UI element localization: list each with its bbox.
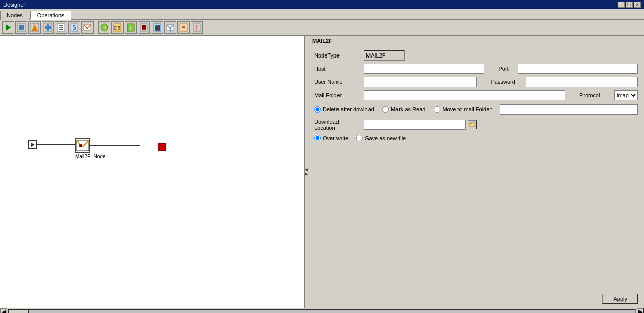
close-button[interactable]: ✕ (634, 2, 641, 8)
overwrite-label: Over write (323, 135, 348, 141)
start-node-group (28, 140, 83, 149)
download-location-input[interactable] (364, 120, 466, 130)
mailfolder-input[interactable] (364, 90, 565, 100)
scroll-left-button[interactable]: ◀ (0, 308, 7, 314)
properties-area: MAIL2F NodeType Host Port User Name (308, 36, 644, 308)
toolbar-separator-1 (96, 22, 96, 33)
properties-form: NodeType Host Port User Name Password (308, 46, 644, 147)
overwrite-item: Over write (314, 135, 348, 141)
svg-text:!: ! (196, 25, 198, 31)
move-folder-input[interactable] (500, 104, 638, 115)
node-button-3[interactable] (42, 21, 54, 34)
mark-as-read-label: Mark as Read (391, 106, 425, 112)
end-node[interactable] (158, 143, 166, 151)
tab-operations[interactable]: Operations (30, 11, 71, 20)
save-new-file-label: Save as new file (365, 135, 406, 141)
node-button-11[interactable]: ⬛ (151, 21, 163, 34)
title-bar-controls: _ ❐ ✕ (618, 2, 641, 8)
apply-section: Apply (308, 290, 644, 308)
title-bar: Designer _ ❐ ✕ (0, 0, 644, 9)
username-input[interactable] (364, 77, 477, 87)
svg-rect-36 (470, 123, 472, 124)
node-button-7[interactable]: ↺ (98, 21, 110, 34)
node-button-2[interactable] (28, 21, 41, 34)
node-button-8[interactable]: DB (111, 21, 124, 34)
username-password-row: User Name Password (314, 77, 638, 87)
tab-nodes[interactable]: Nodes (0, 11, 29, 20)
svg-text:⬛: ⬛ (155, 25, 161, 31)
browse-button[interactable] (468, 120, 477, 129)
node-button-6[interactable] (81, 21, 94, 34)
toolbar: S ↺ DB X ⬛ (0, 20, 644, 36)
node-button-12[interactable] (164, 21, 176, 34)
minimize-button[interactable]: _ (618, 2, 625, 8)
password-input[interactable] (526, 77, 638, 87)
port-input[interactable] (518, 64, 638, 74)
mailfolder-protocol-row: Mail Folder Protocol imap pop3 (314, 90, 638, 100)
title-bar-text: Designer (3, 2, 25, 8)
svg-rect-22 (142, 25, 146, 30)
node-button-13[interactable]: ≡ (177, 21, 190, 34)
delete-after-download-label: Delete after dowload (323, 106, 374, 112)
mail2f-node-group: Mail2F_Node (75, 138, 105, 159)
overwrite-radio[interactable] (314, 135, 321, 141)
download-location-row: Download Location (314, 119, 638, 131)
mark-as-read-radio[interactable] (382, 106, 389, 113)
protocol-select[interactable]: imap pop3 (614, 90, 638, 100)
download-location-field-group (364, 120, 477, 130)
main-container: Mail2F_Node ◀ ▶ MAIL2F NodeType (0, 36, 644, 308)
move-to-folder-label: Move to mail Folder (442, 106, 492, 112)
svg-rect-34 (80, 145, 82, 147)
save-new-file-radio[interactable] (356, 135, 363, 141)
move-to-folder-item: Move to mail Folder (434, 106, 492, 113)
node-button-4[interactable] (55, 21, 67, 34)
port-label: Port (499, 66, 514, 72)
protocol-label: Protocol (579, 92, 610, 98)
scrollbar-track[interactable] (8, 309, 636, 314)
apply-button[interactable]: Apply (602, 294, 638, 304)
node-button-5[interactable]: S (68, 21, 80, 34)
svg-rect-2 (19, 25, 24, 30)
host-port-row: Host Port (314, 64, 638, 74)
delete-after-download-radio[interactable] (314, 106, 321, 113)
restore-button[interactable]: ❐ (626, 2, 633, 8)
spacer (308, 147, 644, 290)
start-node[interactable] (28, 140, 37, 149)
mail2f-node-label: Mail2F_Node (75, 154, 105, 159)
svg-rect-7 (47, 24, 49, 31)
mark-as-read-item: Mark as Read (382, 106, 425, 113)
svg-text:X: X (129, 25, 132, 31)
save-new-file-item: Save as new file (356, 135, 406, 141)
mail2f-node[interactable] (75, 138, 90, 153)
svg-marker-0 (6, 24, 11, 31)
tab-bar: Nodes Operations (0, 9, 644, 20)
write-options-row: Over write Save as new file (314, 134, 638, 143)
username-label: User Name (314, 79, 360, 85)
nodetype-label: NodeType (314, 52, 360, 59)
scroll-right-button[interactable]: ▶ (637, 308, 644, 314)
password-label: Password (491, 79, 522, 85)
host-label: Host (314, 66, 360, 72)
host-input[interactable] (364, 64, 484, 74)
properties-panel: MAIL2F NodeType Host Port User Name (308, 36, 644, 308)
node-button-9[interactable]: X (125, 21, 137, 34)
node-button-10[interactable] (138, 21, 150, 34)
svg-marker-31 (31, 143, 35, 147)
run-button[interactable] (2, 21, 14, 34)
connector-line-2 (90, 145, 140, 146)
end-node-icon (158, 143, 166, 151)
download-options-row: Delete after dowload Mark as Read Move t… (314, 103, 638, 116)
scrollbar-thumb[interactable] (9, 310, 29, 314)
move-to-folder-radio[interactable] (434, 106, 440, 113)
delete-after-download-item: Delete after dowload (314, 106, 374, 113)
bottom-scrollbar[interactable]: ◀ ▶ (0, 308, 644, 313)
nodetype-input[interactable] (364, 50, 405, 61)
canvas-panel: Mail2F_Node (0, 36, 305, 308)
svg-text:↺: ↺ (102, 25, 106, 31)
node-button-14[interactable]: ! (191, 21, 203, 34)
download-location-label: Download Location (314, 119, 360, 131)
panel-title: MAIL2F (308, 36, 644, 46)
svg-text:≡: ≡ (182, 25, 185, 31)
node-button-1[interactable] (15, 21, 27, 34)
mailfolder-label: Mail Folder (314, 92, 360, 98)
